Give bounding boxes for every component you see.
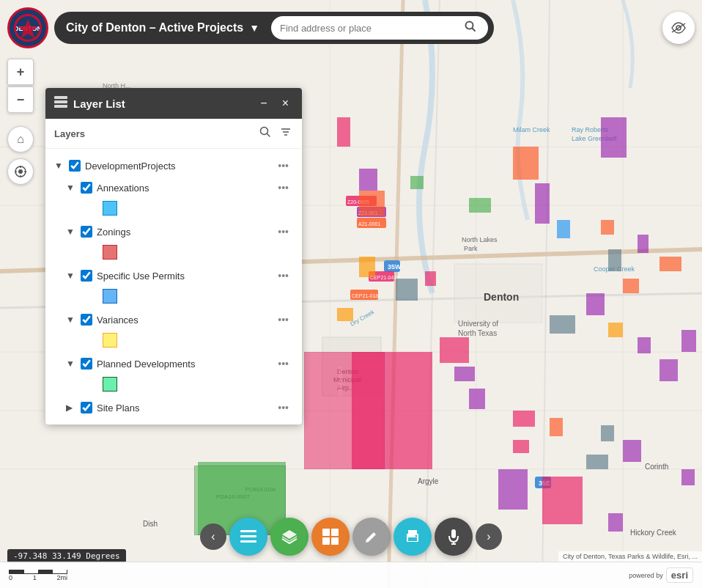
layer-checkbox-variances[interactable] xyxy=(81,314,92,326)
layer-checkbox-site-plans[interactable] xyxy=(81,402,92,414)
svg-rect-74 xyxy=(240,530,256,532)
layer-name-planned-dev: Planned Developments xyxy=(97,359,269,370)
layer-header-site-plans[interactable]: ▶ Site Plans ••• xyxy=(57,397,302,419)
home-button[interactable]: ⌂ xyxy=(7,126,34,152)
scale-seg-3 xyxy=(39,570,53,573)
logo-button[interactable]: DENTON xyxy=(7,7,48,48)
layer-name-development: DevelopmentProjects xyxy=(85,161,269,172)
toolbar-list-button[interactable] xyxy=(229,518,267,556)
layer-more-planned-dev[interactable]: ••• xyxy=(273,356,293,371)
layers-toolbar-label: Layers xyxy=(54,128,85,139)
map-feature-6 xyxy=(359,257,375,277)
toolbar-mic-button[interactable] xyxy=(435,518,473,556)
map-feature-11 xyxy=(440,337,469,363)
map-feature-33 xyxy=(659,257,681,271)
expand-arrow-development: ▼ xyxy=(54,161,64,171)
scale-bar: 0 1 2mi xyxy=(9,570,67,581)
visibility-toggle-button[interactable] xyxy=(662,12,695,44)
map-feature-14 xyxy=(469,389,485,409)
zoom-in-button[interactable]: + xyxy=(7,59,34,85)
map-feature-0 xyxy=(337,117,350,147)
scale-label-1: 1 xyxy=(33,574,37,581)
layer-header-planned-dev[interactable]: ▼ Planned Developments ••• xyxy=(57,353,302,375)
layers-icon xyxy=(54,96,67,111)
symbol-planned-dev xyxy=(103,377,117,392)
layer-checkbox-annexations[interactable] xyxy=(81,182,92,194)
svg-line-70 xyxy=(267,134,270,137)
map-feature-28 xyxy=(601,220,614,235)
layer-more-variances[interactable]: ••• xyxy=(273,312,293,327)
map-feature-31 xyxy=(638,337,651,353)
expand-arrow-site-plans: ▶ xyxy=(66,403,76,413)
layer-panel-toolbar: Layers xyxy=(45,119,302,149)
layer-sub-zonings: ▼ Zonings ••• xyxy=(45,221,302,262)
layer-more-annexations[interactable]: ••• xyxy=(273,180,293,195)
panel-minimize-button[interactable]: − xyxy=(256,95,271,111)
layer-sub-planned-dev: ▼ Planned Developments ••• xyxy=(45,353,302,394)
layer-more-development[interactable]: ••• xyxy=(273,158,293,173)
toolbar-next-button[interactable]: › xyxy=(476,523,502,550)
map-feature-7 xyxy=(396,279,418,301)
layer-group-header-development[interactable]: ▼ DevelopmentProjects ••• xyxy=(45,155,302,177)
layer-more-site-plans[interactable]: ••• xyxy=(273,400,293,415)
zoom-out-button[interactable]: − xyxy=(7,87,34,113)
search-input[interactable] xyxy=(280,23,462,34)
layer-more-zonings[interactable]: ••• xyxy=(273,224,293,239)
layer-header-annexations[interactable]: ▼ Annexations ••• xyxy=(57,177,302,199)
map-feature-17 xyxy=(513,440,529,453)
layer-checkbox-specific-use[interactable] xyxy=(81,270,92,282)
expand-arrow-annexations: ▼ xyxy=(66,183,76,193)
layer-sub-specific-use: ▼ Specific Use Permits ••• xyxy=(45,265,302,306)
svg-rect-66 xyxy=(54,96,67,99)
svg-text:35W: 35W xyxy=(388,263,402,271)
toolbar-layers-button[interactable] xyxy=(270,518,308,556)
svg-rect-78 xyxy=(331,529,339,536)
layer-checkbox-development[interactable] xyxy=(69,160,81,172)
svg-text:Park: Park xyxy=(464,245,478,252)
layer-symbol-variances xyxy=(94,331,302,350)
title-dropdown-button[interactable]: ▼ xyxy=(243,19,265,37)
toolbar-print-button[interactable] xyxy=(394,518,432,556)
map-feature-2 xyxy=(513,147,539,180)
search-button[interactable] xyxy=(462,19,479,37)
map-feature-25 xyxy=(623,279,639,293)
map-feature-16 xyxy=(550,418,563,436)
svg-text:Corinth: Corinth xyxy=(645,463,668,471)
layer-header-zonings[interactable]: ▼ Zonings ••• xyxy=(57,221,302,243)
toolbar-edit-button[interactable] xyxy=(352,518,391,556)
map-feature-4 xyxy=(469,198,491,213)
map-feature-10 xyxy=(550,315,575,334)
scale-seg-2 xyxy=(24,570,39,573)
svg-rect-67 xyxy=(54,100,67,103)
panel-close-button[interactable]: × xyxy=(278,95,293,111)
layer-group-development-projects: ▼ DevelopmentProjects ••• ▼ Annexations … xyxy=(45,153,302,420)
title-search-bar: City of Denton – Active Projects ▼ xyxy=(54,12,494,44)
layer-checkbox-planned-dev[interactable] xyxy=(81,358,92,370)
map-feature-22 xyxy=(542,477,583,524)
layer-checkbox-zonings[interactable] xyxy=(81,226,92,238)
svg-text:A21-0001: A21-0001 xyxy=(358,221,380,227)
map-feature-20 xyxy=(601,425,614,441)
layer-panel: Layer List − × Layers xyxy=(45,88,302,425)
toolbar-prev-button[interactable]: ‹ xyxy=(200,523,226,550)
layer-panel-header: Layer List − × xyxy=(45,88,302,119)
panel-title: Layer List xyxy=(73,98,250,110)
locate-button[interactable] xyxy=(7,158,34,185)
layer-filter-button[interactable] xyxy=(278,125,293,142)
map-feature-26 xyxy=(601,117,627,158)
layer-name-variances: Variances xyxy=(97,315,269,326)
svg-text:North Texas: North Texas xyxy=(458,329,497,337)
map-feature-8 xyxy=(425,271,436,286)
map-feature-12 xyxy=(454,367,475,381)
map-feature-27 xyxy=(410,176,424,189)
map-feature-3 xyxy=(535,183,550,224)
layer-more-specific-use[interactable]: ••• xyxy=(273,268,293,283)
toolbar-grid-button[interactable] xyxy=(311,518,350,556)
layer-search-button[interactable] xyxy=(258,125,273,142)
layer-sub-annexations: ▼ Annexations ••• xyxy=(45,177,302,218)
svg-rect-77 xyxy=(322,529,330,536)
layer-header-variances[interactable]: ▼ Variances ••• xyxy=(57,309,302,331)
layer-header-specific-use[interactable]: ▼ Specific Use Permits ••• xyxy=(57,265,302,287)
layer-symbol-specific-use xyxy=(94,287,302,306)
svg-point-84 xyxy=(415,535,418,537)
